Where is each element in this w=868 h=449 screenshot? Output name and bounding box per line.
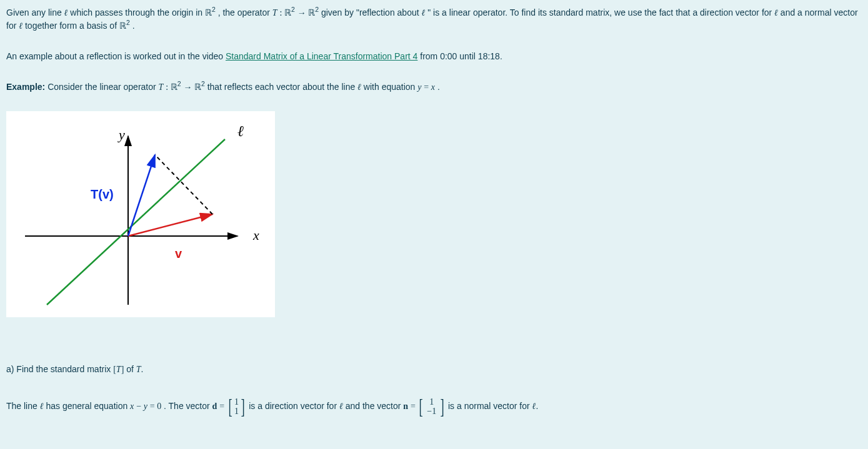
text: Given any line: [6, 7, 64, 17]
text: .: [141, 364, 144, 374]
text: given by "reflection about: [321, 7, 422, 17]
text: has general equation: [46, 401, 130, 411]
ell-axis-label: ℓ: [237, 123, 244, 139]
operator-T: T: [136, 365, 141, 374]
real-symbol: ℝ: [194, 82, 201, 92]
real-symbol: ℝ: [205, 8, 212, 17]
real-symbol: ℝ: [284, 8, 291, 17]
y-axis-label: y: [117, 127, 125, 142]
text: together form a basis of: [25, 21, 119, 31]
var-y: y: [144, 402, 147, 411]
text: which passes through the origin in: [70, 7, 205, 17]
intro-paragraph: Given any line ℓ which passes through th…: [6, 6, 862, 32]
text: .: [536, 401, 538, 411]
text: and the vector: [346, 401, 404, 411]
ell-symbol: ℓ: [422, 8, 426, 17]
text: is a normal vector for: [448, 401, 532, 411]
d-top: 1: [234, 397, 239, 407]
svg-line-5: [155, 155, 212, 214]
text: of: [126, 364, 136, 374]
exponent: 2: [126, 19, 130, 26]
text: from 0:00 until 18:18.: [420, 51, 502, 61]
text: .: [437, 82, 440, 92]
d-bot: 1: [234, 407, 239, 416]
solution-line-1: The line ℓ has general equation x − y = …: [6, 397, 862, 417]
ell-symbol: ℓ: [64, 8, 68, 17]
ell-symbol: ℓ: [339, 402, 343, 411]
equals: =: [411, 402, 417, 411]
equals: =: [424, 82, 431, 92]
Tv-label: T(v): [91, 187, 114, 201]
real-symbol: ℝ: [171, 82, 177, 92]
operator-T: T: [159, 82, 164, 92]
text: . The vector: [164, 401, 212, 411]
ell-symbol: ℓ: [774, 8, 778, 17]
real-symbol: ℝ: [119, 21, 126, 31]
exponent: 2: [177, 80, 181, 87]
vector-n: n: [403, 402, 408, 411]
text: , the operator: [218, 7, 272, 17]
ell-symbol: ℓ: [19, 21, 22, 31]
var-x: x: [431, 82, 435, 92]
exponent: 2: [212, 6, 216, 13]
operator-T: T: [116, 365, 121, 374]
n-bot: −1: [427, 407, 436, 416]
ell-symbol: ℓ: [40, 402, 44, 411]
svg-line-4: [128, 155, 155, 236]
question-a: a) Find the standard matrix [T] of T.: [6, 363, 862, 376]
text: with equation: [364, 82, 417, 92]
text: that reflects each vector about the line: [207, 82, 357, 92]
var-x: x: [130, 402, 134, 411]
real-symbol: ℝ: [308, 8, 315, 17]
text: .: [132, 21, 135, 31]
minus: −: [136, 402, 143, 411]
example-paragraph: Example: Consider the linear operator T …: [6, 81, 862, 94]
reflection-figure: y ℓ x T(v) v: [6, 111, 275, 317]
v-label: v: [175, 247, 182, 260]
text: Consider the linear operator: [47, 82, 158, 92]
exponent: 2: [291, 6, 295, 13]
vector-n-value: [ 1 −1 ]: [417, 397, 446, 417]
right-bracket: ]: [121, 365, 124, 374]
text: An example about a reflection is worked …: [6, 51, 226, 61]
x-axis-label: x: [252, 227, 259, 243]
arrow: →: [183, 82, 194, 92]
n-top: 1: [429, 397, 434, 407]
vector-d-value: [ 1 1 ]: [227, 397, 247, 417]
example-label: Example:: [6, 82, 45, 92]
svg-line-2: [47, 139, 225, 305]
equals: =: [219, 402, 226, 411]
ell-symbol: ℓ: [357, 82, 361, 92]
arrow: →: [297, 8, 309, 17]
eq-zero: = 0: [150, 402, 161, 411]
video-paragraph: An example about a reflection is worked …: [6, 50, 862, 63]
text: " is a linear operator. To find its stan…: [427, 7, 774, 17]
text: a) Find the standard matrix: [6, 364, 113, 374]
text: is a direction vector for: [249, 401, 339, 411]
operator-T: T: [272, 8, 277, 17]
reflection-svg: y ℓ x T(v) v: [12, 117, 262, 311]
var-y: y: [417, 82, 421, 92]
video-link[interactable]: Standard Matrix of a Linear Transformati…: [226, 51, 417, 61]
colon: :: [280, 8, 284, 17]
colon: :: [166, 82, 170, 92]
exponent: 2: [201, 80, 205, 87]
vector-d: d: [212, 402, 217, 411]
text: The line: [6, 401, 40, 411]
exponent: 2: [315, 6, 319, 13]
